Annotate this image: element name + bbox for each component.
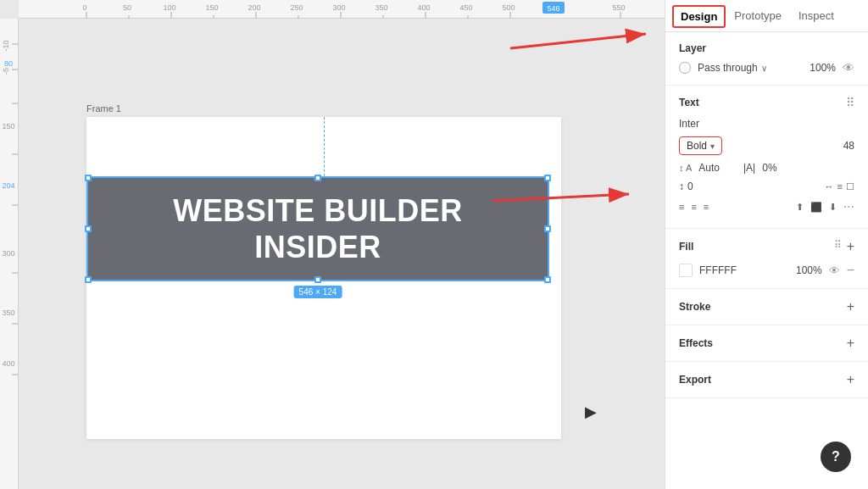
letter-spacing-value: 0% bbox=[762, 162, 776, 174]
paragraph-spacing-value: 0 bbox=[687, 181, 693, 192]
fill-opacity-value: 100% bbox=[796, 264, 822, 276]
svg-text:350: 350 bbox=[375, 3, 387, 12]
text-overflow-2[interactable]: ≡ bbox=[837, 181, 843, 192]
fill-title: Fill bbox=[679, 241, 693, 253]
effects-add-button[interactable]: + bbox=[847, 336, 854, 351]
handle-br[interactable] bbox=[544, 276, 551, 283]
fill-section-header: Fill ⠿ + bbox=[679, 239, 854, 254]
line-height-icon: ↕ A bbox=[679, 163, 692, 173]
line-height-row: ↕ A Auto |A| 0% bbox=[679, 162, 854, 174]
effects-section: Effects + bbox=[665, 325, 868, 362]
stroke-add-button[interactable]: + bbox=[847, 299, 854, 314]
fill-visibility-icon[interactable]: 👁 bbox=[829, 264, 840, 277]
valign-icons: ⬆ ⬛ ⬇ ··· bbox=[796, 199, 854, 214]
valign-top-icon[interactable]: ⬆ bbox=[796, 202, 804, 213]
handle-tm[interactable] bbox=[314, 175, 321, 181]
layer-blend-icon bbox=[679, 62, 691, 74]
svg-text:204: 204 bbox=[2, 181, 14, 190]
export-title: Export bbox=[679, 374, 711, 386]
export-row: Export + bbox=[679, 372, 854, 387]
fill-row: FFFFFF 100% 👁 − bbox=[679, 263, 854, 278]
fill-add-button[interactable]: + bbox=[847, 239, 854, 254]
frame-container: Frame 1 WEBSITE BUILDER INSIDER bbox=[86, 103, 561, 439]
handle-ml[interactable] bbox=[85, 225, 92, 232]
svg-text:80: 80 bbox=[4, 59, 13, 68]
svg-text:250: 250 bbox=[290, 3, 303, 12]
cursor-icon: ▶ bbox=[585, 403, 597, 421]
valign-bottom-icon[interactable]: ⬇ bbox=[829, 202, 837, 213]
text-overflow-icons: ↔ ≡ ☐ bbox=[825, 181, 854, 192]
fill-remove-button[interactable]: − bbox=[847, 263, 854, 278]
ruler-left: -10 -5 80 150 204 300 350 400 bbox=[0, 19, 19, 489]
stroke-row: Stroke + bbox=[679, 299, 854, 314]
handle-mr[interactable] bbox=[544, 225, 551, 232]
svg-text:350: 350 bbox=[2, 308, 14, 317]
layer-section: Layer Pass through ∨ 100% 👁 bbox=[665, 32, 868, 86]
layer-title: Layer bbox=[679, 42, 854, 54]
svg-text:200: 200 bbox=[248, 3, 260, 12]
help-button[interactable]: ? bbox=[821, 442, 851, 472]
handle-bl[interactable] bbox=[85, 276, 92, 283]
valign-middle-icon[interactable]: ⬛ bbox=[810, 202, 822, 213]
arrow-to-design-tab bbox=[485, 19, 665, 61]
panel-tabs: Design Prototype Inspect bbox=[665, 0, 868, 32]
svg-text:400: 400 bbox=[2, 359, 14, 368]
align-right-icon[interactable]: ≡ bbox=[704, 202, 709, 212]
tab-prototype[interactable]: Prototype bbox=[726, 3, 790, 31]
font-size-value: 48 bbox=[843, 140, 854, 152]
text-line-2: INSIDER bbox=[173, 229, 463, 265]
svg-text:400: 400 bbox=[417, 3, 430, 12]
layer-row: Pass through ∨ 100% 👁 bbox=[679, 61, 854, 75]
fill-header-actions: ⠿ + bbox=[834, 239, 854, 254]
svg-text:100: 100 bbox=[163, 3, 175, 12]
export-section: Export + bbox=[665, 362, 868, 398]
fill-color-swatch[interactable] bbox=[679, 264, 693, 277]
arrow-to-bold-dropdown bbox=[468, 175, 665, 222]
line-height-value: Auto bbox=[698, 162, 720, 174]
effects-title: Effects bbox=[679, 337, 713, 349]
layer-blend-dropdown[interactable]: Pass through ∨ bbox=[698, 62, 803, 74]
tab-inspect[interactable]: Inspect bbox=[790, 3, 843, 31]
layer-opacity-value: 100% bbox=[810, 62, 836, 74]
layer-visibility-icon[interactable]: 👁 bbox=[843, 61, 854, 75]
svg-text:50: 50 bbox=[123, 3, 131, 12]
effects-row: Effects + bbox=[679, 336, 854, 351]
canvas-content: Frame 1 WEBSITE BUILDER INSIDER bbox=[19, 19, 665, 489]
align-center-icon[interactable]: ≡ bbox=[691, 202, 696, 212]
stroke-section: Stroke + bbox=[665, 289, 868, 325]
text-more-options[interactable]: ··· bbox=[843, 199, 854, 214]
guide-line bbox=[324, 117, 325, 185]
tab-design[interactable]: Design bbox=[672, 5, 726, 28]
svg-text:-10: -10 bbox=[2, 40, 10, 51]
font-style-chevron: ▾ bbox=[710, 142, 715, 151]
text-overflow-1[interactable]: ↔ bbox=[825, 181, 834, 192]
svg-text:-5: -5 bbox=[2, 68, 10, 75]
font-style-row: Bold ▾ 48 bbox=[679, 136, 854, 155]
stroke-title: Stroke bbox=[679, 301, 710, 313]
frame-label: Frame 1 bbox=[86, 103, 561, 114]
svg-text:0: 0 bbox=[82, 3, 86, 12]
svg-text:150: 150 bbox=[2, 122, 14, 131]
paragraph-indent-icon: ↕ 0 bbox=[679, 181, 693, 192]
handle-tl[interactable] bbox=[85, 175, 92, 181]
text-align-row: ≡ ≡ ≡ ⬆ ⬛ ⬇ ··· bbox=[679, 199, 854, 214]
canvas-area: 0 50 100 150 200 250 300 350 400 450 500… bbox=[0, 0, 665, 489]
text-options-icon[interactable]: ⠿ bbox=[846, 96, 854, 109]
text-section: Text ⠿ Inter Bold ▾ 48 ↕ A Auto |A| 0% ↕… bbox=[665, 86, 868, 229]
svg-text:500: 500 bbox=[502, 3, 515, 12]
export-add-button[interactable]: + bbox=[847, 372, 854, 387]
text-section-header: Text ⠿ bbox=[679, 96, 854, 109]
font-style-dropdown[interactable]: Bold ▾ bbox=[679, 136, 722, 155]
ruler-top: 0 50 100 150 200 250 300 350 400 450 500… bbox=[19, 0, 665, 19]
text-line-1: WEBSITE BUILDER bbox=[173, 192, 463, 229]
blend-mode-text: Pass through bbox=[698, 62, 758, 74]
blend-chevron-icon: ∨ bbox=[761, 64, 767, 73]
right-panel: Design Prototype Inspect Layer Pass thro… bbox=[665, 0, 868, 489]
svg-text:450: 450 bbox=[459, 3, 472, 12]
text-overflow-3[interactable]: ☐ bbox=[846, 181, 854, 192]
align-left-icon[interactable]: ≡ bbox=[679, 202, 684, 212]
text-title: Text bbox=[679, 97, 699, 108]
size-label: 546 × 124 bbox=[294, 286, 342, 298]
handle-bm[interactable] bbox=[314, 276, 321, 283]
svg-text:300: 300 bbox=[332, 3, 345, 12]
